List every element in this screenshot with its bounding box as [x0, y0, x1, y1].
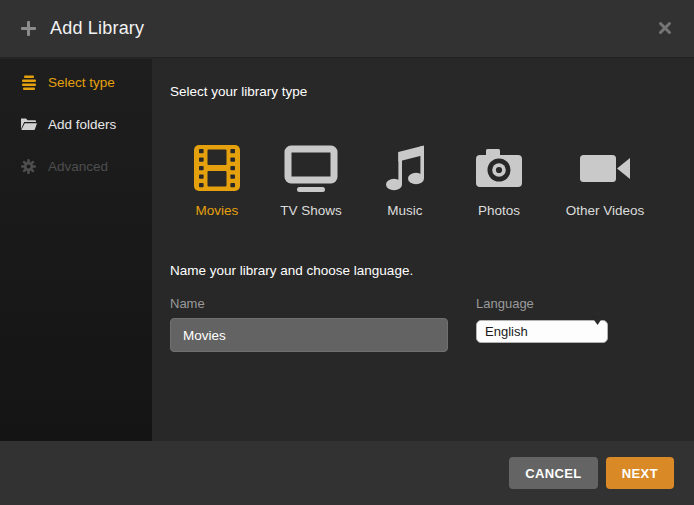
- library-type-label: Other Videos: [566, 203, 645, 218]
- wizard-content: Select your library type Movies: [152, 59, 694, 441]
- library-type-label: Photos: [478, 203, 520, 218]
- camera-icon: [476, 144, 523, 192]
- tv-icon: [284, 144, 338, 192]
- dialog-header: Add Library: [0, 0, 694, 58]
- library-settings-fields: Name Language English: [170, 296, 676, 352]
- type-section-title: Select your library type: [170, 83, 676, 100]
- sidebar-item-label: Advanced: [48, 159, 108, 174]
- video-camera-icon: [580, 144, 630, 192]
- language-select[interactable]: English: [476, 320, 608, 343]
- sidebar-item-label: Add folders: [48, 117, 116, 132]
- music-note-icon: [385, 144, 425, 192]
- close-icon[interactable]: [654, 17, 676, 39]
- list-type-icon: [20, 74, 37, 90]
- sidebar-item-label: Select type: [48, 75, 115, 90]
- library-type-other-videos[interactable]: Other Videos: [546, 144, 664, 218]
- language-field-label: Language: [476, 296, 610, 311]
- library-type-label: TV Shows: [280, 203, 342, 218]
- language-field-group: Language English: [476, 296, 610, 352]
- library-type-label: Music: [387, 203, 422, 218]
- library-type-tv-shows[interactable]: TV Shows: [264, 144, 358, 218]
- plus-icon: [20, 20, 37, 37]
- library-type-picker: Movies TV Shows: [170, 144, 676, 218]
- library-type-label: Movies: [196, 203, 239, 218]
- name-field-label: Name: [170, 296, 448, 311]
- dialog-title: Add Library: [50, 18, 144, 39]
- library-type-movies[interactable]: Movies: [170, 144, 264, 218]
- dialog-footer: CANCEL NEXT: [0, 441, 694, 505]
- sidebar-item-select-type[interactable]: Select type: [0, 61, 152, 103]
- next-button[interactable]: NEXT: [606, 457, 674, 489]
- gear-icon: [20, 159, 37, 174]
- library-name-input[interactable]: [170, 318, 448, 352]
- sidebar-item-add-folders[interactable]: Add folders: [0, 103, 152, 145]
- library-type-music[interactable]: Music: [358, 144, 452, 218]
- name-field-group: Name: [170, 296, 448, 352]
- wizard-steps-sidebar: Select type Add folders: [0, 59, 152, 441]
- library-type-photos[interactable]: Photos: [452, 144, 546, 218]
- name-section-title: Name your library and choose language.: [170, 262, 676, 279]
- film-icon: [194, 144, 240, 192]
- folder-open-icon: [20, 117, 37, 131]
- add-library-dialog: Add Library Select type Add folders: [0, 0, 694, 505]
- cancel-button[interactable]: CANCEL: [509, 457, 598, 489]
- sidebar-item-advanced[interactable]: Advanced: [0, 145, 152, 187]
